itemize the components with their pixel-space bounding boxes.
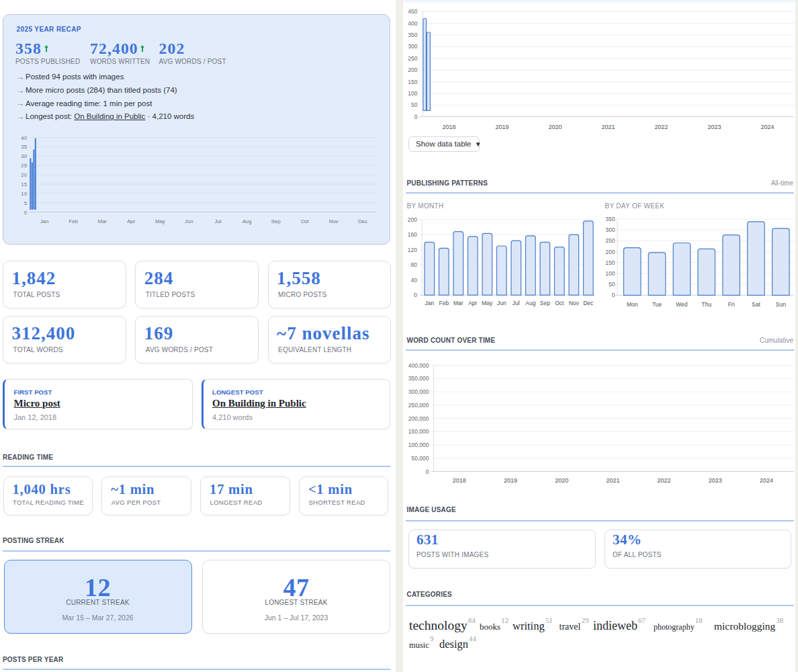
svg-text:music: music [409,640,429,650]
svg-text:Jun: Jun [497,300,506,306]
svg-text:2022: 2022 [654,124,668,130]
svg-text:12: 12 [501,616,508,624]
svg-text:Nov: Nov [329,218,339,224]
svg-text:9: 9 [430,634,434,642]
svg-text:40: 40 [21,135,27,141]
svg-text:0: 0 [24,210,28,216]
svg-text:350: 350 [408,32,417,38]
svg-text:2023: 2023 [709,477,722,484]
svg-text:51: 51 [545,616,553,624]
svg-text:200: 200 [408,67,417,73]
svg-text:books: books [480,622,500,632]
svg-text:250: 250 [408,55,417,62]
svg-text:300: 300 [605,226,615,233]
svg-text:Jan: Jan [40,218,49,224]
svg-text:Aug: Aug [242,218,252,224]
svg-text:40: 40 [411,277,418,284]
svg-text:Apr: Apr [127,218,136,224]
svg-text:Aug: Aug [525,300,535,306]
svg-text:Thu: Thu [701,301,711,308]
svg-text:30: 30 [21,153,27,159]
svg-text:May: May [155,218,165,224]
svg-text:Nov: Nov [569,300,580,306]
svg-text:Mon: Mon [627,301,638,308]
svg-text:2021: 2021 [606,477,619,484]
svg-text:150,000: 150,000 [408,428,429,435]
svg-text:Oct: Oct [555,300,564,306]
svg-text:50: 50 [411,101,418,108]
svg-text:84: 84 [468,616,476,624]
svg-text:2024: 2024 [760,124,774,130]
svg-text:5: 5 [24,200,28,206]
svg-text:80: 80 [411,261,418,268]
svg-text:0: 0 [414,114,418,120]
svg-text:Sep: Sep [540,300,550,306]
svg-text:100,000: 100,000 [408,442,429,448]
svg-text:2018: 2018 [453,477,466,484]
svg-text:Mar: Mar [453,300,463,306]
svg-text:Jul: Jul [215,218,222,224]
svg-text:200: 200 [408,216,417,223]
svg-text:150: 150 [605,259,615,266]
svg-text:50,000: 50,000 [412,455,429,462]
svg-text:Feb: Feb [69,218,78,224]
svg-text:2019: 2019 [504,477,517,484]
svg-text:160: 160 [408,231,417,238]
svg-text:250: 250 [605,237,615,244]
svg-text:Jul: Jul [513,300,520,306]
svg-text:18: 18 [695,616,703,624]
svg-text:67: 67 [638,616,646,624]
svg-text:25: 25 [21,163,27,169]
svg-text:350: 350 [605,216,615,222]
svg-text:300: 300 [408,43,417,50]
svg-text:100: 100 [605,270,615,277]
svg-text:2024: 2024 [760,477,773,484]
svg-text:Sun: Sun [776,301,786,308]
svg-text:250,000: 250,000 [408,402,429,409]
svg-text:400: 400 [408,20,417,27]
svg-text:29: 29 [581,616,589,624]
svg-text:technology: technology [409,618,468,632]
svg-text:0: 0 [612,292,615,298]
svg-text:Dec: Dec [358,218,367,224]
svg-text:Feb: Feb [439,300,449,306]
svg-text:Jan: Jan [425,300,434,306]
svg-text:photography: photography [654,622,695,632]
svg-text:100: 100 [408,90,417,97]
svg-text:Fri: Fri [728,301,735,308]
svg-text:400,000: 400,000 [408,362,429,369]
svg-text:200,000: 200,000 [408,415,429,422]
svg-text:10: 10 [21,191,27,197]
svg-text:35: 35 [21,144,27,150]
svg-text:2020: 2020 [555,477,568,484]
svg-text:200: 200 [605,249,615,255]
svg-text:2021: 2021 [601,124,615,130]
svg-text:38: 38 [776,616,784,624]
svg-text:design: design [439,638,468,650]
svg-text:2022: 2022 [658,477,671,484]
svg-text:0: 0 [426,468,429,475]
svg-text:450: 450 [408,8,417,15]
svg-text:15: 15 [21,181,27,187]
svg-text:Jun: Jun [185,218,193,224]
svg-text:0: 0 [414,292,417,298]
svg-text:300,000: 300,000 [408,388,429,395]
svg-text:travel: travel [560,622,581,632]
svg-text:microblogging: microblogging [714,620,776,632]
svg-text:2018: 2018 [442,124,455,130]
svg-text:Mar: Mar [97,218,107,224]
svg-text:writing: writing [513,620,545,632]
svg-text:20: 20 [21,172,27,178]
svg-text:Apr: Apr [468,300,477,306]
svg-text:May: May [482,300,493,306]
svg-text:Sep: Sep [271,218,281,224]
svg-text:150: 150 [408,79,417,85]
svg-text:2023: 2023 [707,124,721,130]
svg-text:44: 44 [469,634,477,642]
svg-text:Wed: Wed [676,301,688,308]
svg-text:Sat: Sat [752,301,760,308]
svg-text:Oct: Oct [301,218,310,224]
svg-text:Dec: Dec [583,300,594,306]
svg-text:50: 50 [609,281,615,288]
svg-text:120: 120 [408,247,417,253]
